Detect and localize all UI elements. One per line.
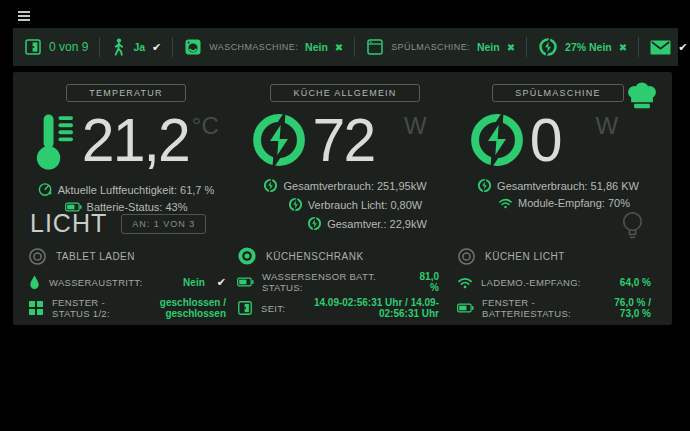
toolbar-presence-status[interactable]: Ja ✔ xyxy=(100,38,172,57)
dishwasher-power-value: 0 xyxy=(530,110,561,170)
status-value: geschlossen / geschlossen xyxy=(138,297,226,319)
status-label: FENSTER - BATTERIESTATUS: xyxy=(482,297,590,319)
licht-on-count-badge: AN: 1 VON 3 xyxy=(121,214,206,234)
washing-machine-value: Nein xyxy=(305,41,328,53)
total-consumption-text: Gesamtverbrauch: 251,95kW xyxy=(283,180,426,192)
dishwasher-power-unit: W xyxy=(595,112,618,140)
thermometer-icon xyxy=(33,110,79,174)
humidity-text: Aktuelle Luftfeuchtigkeit: 61,7 % xyxy=(58,184,215,196)
licht-title: LICHT xyxy=(30,209,107,238)
switch-tablet-laden[interactable]: TABLET LADEN xyxy=(28,246,226,266)
grid-column-1: TABLET LADEN WASSERAUSTRITT: Nein ✔ FENS… xyxy=(28,246,226,326)
radio-off-icon xyxy=(28,247,47,266)
module-reception-text: Module-Empfang: 70% xyxy=(518,197,630,209)
grid-column-2: KÜCHENSCHRANK WASSERSENSOR BATT. STATUS:… xyxy=(237,246,439,326)
presence-value: Ja xyxy=(133,41,145,53)
light-consumption-text: Verbrauch Licht: 0,80W xyxy=(308,199,422,211)
window-icon xyxy=(28,300,44,316)
status-toolbar: 0 von 9 Ja ✔ WASCHMASCHINE: Nein ✖ SPÜLM… xyxy=(13,28,678,66)
switch-kuechenschrank[interactable]: KÜCHENSCHRANK xyxy=(237,246,439,266)
card-kitchen-general: KÜCHE ALLGEMEIN 72 W Gesamtverbrauch: 25… xyxy=(235,84,455,231)
toolbar-energy-status[interactable]: 27% Nein ✖ xyxy=(527,37,638,57)
hamburger-menu-icon[interactable] xyxy=(18,11,30,21)
check-icon: ✔ xyxy=(678,41,687,54)
toolbar-windows-status[interactable]: 0 von 9 xyxy=(13,38,99,56)
switch-label: TABLET LADEN xyxy=(56,251,135,262)
light-bulb-icon[interactable] xyxy=(619,210,646,246)
status-row-wasseraustritt: WASSERAUSTRITT: Nein ✔ xyxy=(28,274,226,290)
status-value: Nein xyxy=(183,277,205,288)
check-icon: ✔ xyxy=(217,276,226,289)
top-bar xyxy=(0,0,690,28)
dishwasher-consumption-text: Gesamtverbrauch: 51,86 KW xyxy=(497,180,639,192)
energy-icon xyxy=(538,37,558,57)
energy-icon xyxy=(477,178,492,193)
dashboard-panel: TEMPERATUR 21,2 °C Aktuelle Luftfeuchtig… xyxy=(13,72,672,325)
card-kitchen-badge: KÜCHE ALLGEMEIN xyxy=(270,84,419,102)
switch-kuechen-licht[interactable]: KÜCHEN LICHT xyxy=(457,246,651,266)
washing-machine-icon xyxy=(184,38,202,56)
mail-icon xyxy=(650,40,671,55)
energy-icon xyxy=(469,112,525,168)
toolbar-mail-status[interactable]: ✔ xyxy=(639,40,690,55)
x-icon: ✖ xyxy=(619,42,627,53)
temperature-value: 21,2 xyxy=(82,110,189,170)
dishwasher-icon xyxy=(366,38,384,56)
door-icon xyxy=(24,38,42,56)
energy-icon xyxy=(288,197,303,212)
door-icon xyxy=(237,300,253,316)
toolbar-washing-machine-status[interactable]: WASCHMASCHINE: Nein ✖ xyxy=(173,38,354,56)
status-value: 76,0 % / 73,0 % xyxy=(598,297,651,319)
status-row-fenster-batterie: FENSTER - BATTERIESTATUS: 76,0 % / 73,0 … xyxy=(457,300,651,316)
switch-label: KÜCHENSCHRANK xyxy=(266,251,364,262)
status-value: 81,0 % xyxy=(411,271,439,293)
toolbar-dishwasher-status[interactable]: SPÜLMASCHINE: Nein ✖ xyxy=(355,38,526,56)
status-row-lademo-empfang: LADEMO.-EMPFANG: 64,0 % xyxy=(457,274,651,290)
status-label: WASSERSENSOR BATT. STATUS: xyxy=(262,271,403,293)
droplet-icon xyxy=(28,274,41,291)
status-value: 64,0 % xyxy=(620,277,651,288)
licht-section-header: LICHT AN: 1 VON 3 xyxy=(30,209,206,238)
x-icon: ✖ xyxy=(507,42,515,53)
temperature-unit: °C xyxy=(192,112,219,140)
dishwasher-value: Nein xyxy=(477,41,500,53)
status-label: WASSERAUSTRITT: xyxy=(49,277,142,288)
wifi-icon xyxy=(498,197,513,209)
person-walking-icon xyxy=(111,38,126,57)
washing-machine-label: WASCHMASCHINE: xyxy=(209,42,298,52)
radio-off-icon xyxy=(457,247,476,266)
grid-column-3: KÜCHEN LICHT LADEMO.-EMPFANG: 64,0 % FEN… xyxy=(457,246,651,326)
switch-label: KÜCHEN LICHT xyxy=(485,251,565,262)
card-temperature: TEMPERATUR 21,2 °C Aktuelle Luftfeuchtig… xyxy=(23,84,229,213)
chef-hat-icon xyxy=(626,82,658,114)
status-label: FENSTER - STATUS 1/2: xyxy=(52,297,130,319)
battery-icon xyxy=(237,277,254,287)
kitchen-power-value: 72 xyxy=(313,110,375,170)
status-row-seit: SEIT: 14.09-02:56:31 Uhr / 14.09-02:56:3… xyxy=(237,300,439,316)
card-temperature-badge: TEMPERATUR xyxy=(66,84,185,102)
dishwasher-label: SPÜLMASCHINE: xyxy=(391,42,470,52)
status-label: SEIT: xyxy=(261,303,285,314)
card-dishwasher-badge: SPÜLMASCHINE xyxy=(492,84,623,102)
battery-icon xyxy=(457,303,474,313)
x-icon: ✖ xyxy=(335,42,343,53)
energy-icon xyxy=(263,178,278,193)
energy-icon xyxy=(251,112,307,168)
energy-icon xyxy=(307,216,322,231)
status-row-fenster-status: FENSTER - STATUS 1/2: geschlossen / gesc… xyxy=(28,300,226,316)
wifi-icon xyxy=(457,276,473,289)
status-row-wassersensor: WASSERSENSOR BATT. STATUS: 81,0 % xyxy=(237,274,439,290)
energy-value: 27% Nein xyxy=(565,41,612,53)
check-icon: ✔ xyxy=(152,41,161,54)
windows-open-count: 0 von 9 xyxy=(49,40,88,54)
total-consumption2-text: Gesamtver.: 22,9kW xyxy=(327,218,427,230)
status-label: LADEMO.-EMPFANG: xyxy=(481,277,581,288)
humidity-gauge-icon xyxy=(38,182,53,197)
radio-on-icon xyxy=(237,246,257,266)
kitchen-power-unit: W xyxy=(404,112,427,140)
status-value: 14.09-02:56:31 Uhr / 14.09-02:56:31 Uhr xyxy=(293,297,439,319)
